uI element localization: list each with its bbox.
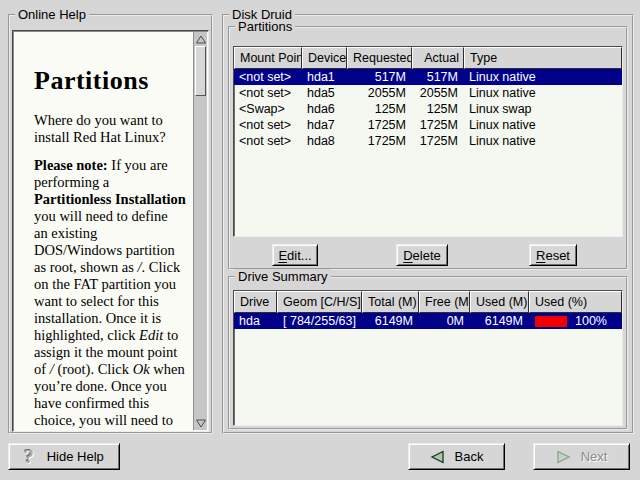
drive-summary-column-header[interactable]: Used (%) bbox=[529, 291, 622, 313]
drive-summary-cell: hda bbox=[234, 313, 277, 329]
help-text-line: Please note: If you are bbox=[34, 157, 189, 174]
partition-cell: Linux native bbox=[464, 133, 622, 149]
partitions-table-body: <not set>hda1517M517MLinux native<not se… bbox=[234, 69, 622, 149]
drive-summary-cell: [ 784/255/63] bbox=[277, 313, 362, 329]
drive-summary-column-header[interactable]: Drive bbox=[234, 291, 277, 313]
partitions-column-header[interactable]: Device bbox=[302, 47, 347, 69]
drive-summary-cell: 6149M bbox=[470, 313, 529, 329]
next-arrow-icon bbox=[556, 450, 571, 464]
partitions-column-header[interactable]: Mount Point bbox=[234, 47, 302, 69]
partition-cell: <not set> bbox=[234, 117, 302, 133]
help-text-line: on the FAT partition you bbox=[34, 276, 189, 293]
help-text-line: define the appropriate bbox=[34, 429, 189, 430]
help-text-line: have confirmed this bbox=[34, 395, 189, 412]
hide-help-label: Hide Help bbox=[47, 449, 104, 464]
drive-summary-row[interactable]: hda[ 784/255/63]6149M0M6149M100% bbox=[234, 313, 622, 329]
online-help-frame-label: Online Help bbox=[15, 7, 89, 22]
back-arrow-icon bbox=[430, 450, 445, 464]
delete-button[interactable]: Delete bbox=[396, 244, 448, 266]
edit-button[interactable]: Edit... bbox=[272, 244, 318, 266]
drive-summary-cell: 6149M bbox=[362, 313, 419, 329]
drive-summary-column-header[interactable]: Free (M) bbox=[419, 291, 470, 313]
help-text-line: performing a bbox=[34, 174, 189, 191]
help-text-line: as root, shown as /. Click bbox=[34, 259, 189, 276]
partition-row[interactable]: <not set>hda81725M1725MLinux native bbox=[234, 133, 622, 149]
scroll-down-icon[interactable] bbox=[195, 417, 207, 429]
partition-cell: <not set> bbox=[234, 133, 302, 149]
reset-button[interactable]: Reset bbox=[529, 244, 577, 266]
drive-summary-table: DriveGeom [C/H/S]Total (M)Free (M)Used (… bbox=[233, 290, 623, 426]
partitions-column-header[interactable]: Requested bbox=[347, 47, 412, 69]
hide-help-button[interactable]: ? Hide Help bbox=[8, 443, 120, 470]
partition-cell: 517M bbox=[347, 69, 412, 85]
help-text-line: highlighted, click Edit to bbox=[34, 327, 189, 344]
scroll-up-icon[interactable] bbox=[195, 33, 207, 45]
used-percent-value: 100% bbox=[575, 313, 607, 329]
partition-cell: 2055M bbox=[347, 85, 412, 101]
partition-cell: hda8 bbox=[302, 133, 347, 149]
question-mark-icon: ? bbox=[24, 447, 34, 466]
drive-summary-cell: 0M bbox=[419, 313, 470, 329]
help-scrollbar-thumb[interactable] bbox=[195, 46, 206, 96]
partition-row[interactable]: <Swap>hda6125M125MLinux swap bbox=[234, 101, 622, 117]
partition-cell: <Swap> bbox=[234, 101, 302, 117]
next-label: Next bbox=[581, 449, 608, 464]
partitions-frame-label: Partitions bbox=[235, 19, 295, 34]
partition-cell: hda6 bbox=[302, 101, 347, 117]
partition-cell: 1725M bbox=[412, 117, 464, 133]
help-content: Partitions Where do you want toinstall R… bbox=[14, 32, 193, 430]
drive-summary-column-header[interactable]: Used (M) bbox=[470, 291, 529, 313]
help-scrollbar[interactable] bbox=[193, 32, 207, 430]
back-button[interactable]: Back bbox=[408, 443, 505, 470]
help-title: Partitions bbox=[34, 66, 189, 96]
partition-cell: Linux native bbox=[464, 85, 622, 101]
partition-cell: 1725M bbox=[347, 133, 412, 149]
partition-cell: hda1 bbox=[302, 69, 347, 85]
next-button[interactable]: Next bbox=[533, 443, 630, 470]
partition-cell: <not set> bbox=[234, 85, 302, 101]
drive-summary-table-header: DriveGeom [C/H/S]Total (M)Free (M)Used (… bbox=[234, 291, 622, 313]
partition-cell: 125M bbox=[347, 101, 412, 117]
partitions-column-header[interactable]: Actual bbox=[412, 47, 464, 69]
drive-summary-frame-label: Drive Summary bbox=[235, 269, 331, 284]
partition-cell: hda5 bbox=[302, 85, 347, 101]
partition-row[interactable]: <not set>hda52055M2055MLinux native bbox=[234, 85, 622, 101]
drive-summary-table-body: hda[ 784/255/63]6149M0M6149M100% bbox=[234, 313, 622, 329]
partitions-table: Mount PointDeviceRequestedActualType <no… bbox=[233, 46, 623, 237]
help-text-line: choice, you will need to bbox=[34, 412, 189, 429]
partition-cell: 1725M bbox=[412, 133, 464, 149]
partition-row[interactable]: <not set>hda1517M517MLinux native bbox=[234, 69, 622, 85]
help-text-line: want to select for this bbox=[34, 293, 189, 310]
help-viewport: Partitions Where do you want toinstall R… bbox=[12, 30, 209, 432]
partitions-column-header[interactable]: Type bbox=[464, 47, 622, 69]
help-text: Where do you want toinstall Red Hat Linu… bbox=[34, 112, 189, 430]
partition-cell: 125M bbox=[412, 101, 464, 117]
help-text-line: you will need to define bbox=[34, 208, 189, 225]
help-text-line: Where do you want to bbox=[34, 112, 189, 129]
partition-cell: 2055M bbox=[412, 85, 464, 101]
partitions-table-header: Mount PointDeviceRequestedActualType bbox=[234, 47, 622, 69]
partition-cell: Linux native bbox=[464, 69, 622, 85]
partition-cell: Linux swap bbox=[464, 101, 622, 117]
partition-cell: hda7 bbox=[302, 117, 347, 133]
partition-cell: Linux native bbox=[464, 117, 622, 133]
drive-summary-column-header[interactable]: Geom [C/H/S] bbox=[277, 291, 362, 313]
drive-summary-column-header[interactable]: Total (M) bbox=[362, 291, 419, 313]
partition-cell: <not set> bbox=[234, 69, 302, 85]
partition-cell: 1725M bbox=[347, 117, 412, 133]
help-text-line: install Red Hat Linux? bbox=[34, 129, 189, 146]
help-text-line: Partitionless Installation bbox=[34, 191, 189, 208]
used-percent-bar bbox=[535, 316, 567, 327]
help-text-line: assign it the mount point bbox=[34, 344, 189, 361]
used-percent-cell: 100% bbox=[529, 313, 622, 329]
help-text-line: installation. Once it is bbox=[34, 310, 189, 327]
help-text-line: of / (root). Click Ok when bbox=[34, 361, 189, 378]
help-text-line: you’re done. Once you bbox=[34, 378, 189, 395]
back-label: Back bbox=[455, 449, 484, 464]
help-text-line: DOS/Windows partition bbox=[34, 242, 189, 259]
help-text-line: an existing bbox=[34, 225, 189, 242]
partition-cell: 517M bbox=[412, 69, 464, 85]
partition-row[interactable]: <not set>hda71725M1725MLinux native bbox=[234, 117, 622, 133]
